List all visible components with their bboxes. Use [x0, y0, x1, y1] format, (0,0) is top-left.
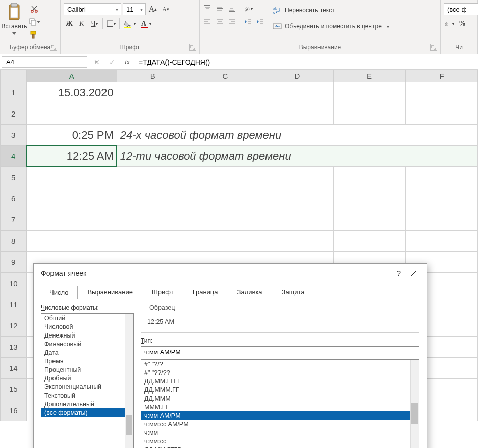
- name-box[interactable]: ▾: [2, 56, 87, 68]
- cell-F2[interactable]: [405, 103, 477, 125]
- row-header[interactable]: 3: [1, 125, 27, 146]
- decrease-indent-button[interactable]: [242, 16, 253, 27]
- align-left-button[interactable]: [202, 16, 213, 27]
- row-header[interactable]: 14: [1, 358, 27, 379]
- row-header[interactable]: 12: [1, 315, 27, 337]
- row-header[interactable]: 15: [1, 379, 27, 400]
- row-header[interactable]: 9: [1, 252, 27, 273]
- list-item[interactable]: Текстовый: [41, 391, 133, 400]
- cell-E5[interactable]: [333, 167, 405, 188]
- wrap-text-button[interactable]: abc Переносить текст: [270, 3, 395, 17]
- row-header[interactable]: 6: [1, 188, 27, 209]
- fill-color-button[interactable]: ▾: [122, 18, 137, 29]
- cell-E7[interactable]: [333, 209, 405, 231]
- list-item[interactable]: #" "??/??: [141, 368, 410, 377]
- list-item[interactable]: МММ.ГГ: [141, 403, 410, 411]
- cell-B7[interactable]: [117, 209, 189, 231]
- cell-C6[interactable]: [189, 188, 261, 209]
- cell-B4[interactable]: 12-ти часовой формат времени: [117, 146, 477, 167]
- type-input[interactable]: [141, 346, 419, 358]
- list-item[interactable]: Экспоненциальный: [41, 382, 133, 391]
- row-header[interactable]: 5: [1, 167, 27, 188]
- font-name-dropdown[interactable]: ▾: [64, 3, 121, 15]
- col-header-E[interactable]: E: [333, 70, 405, 82]
- cell-D8[interactable]: [261, 231, 333, 252]
- cell-B1[interactable]: [117, 82, 189, 103]
- cell-C7[interactable]: [189, 209, 261, 231]
- number-format-dropdown[interactable]: [444, 3, 478, 15]
- col-header-D[interactable]: D: [261, 70, 333, 82]
- orientation-button[interactable]: ab▾: [242, 3, 253, 14]
- align-bottom-button[interactable]: [226, 3, 237, 14]
- list-item[interactable]: ДД.МММ.ГГ: [141, 385, 410, 394]
- row-header[interactable]: 8: [1, 231, 27, 252]
- cell-D6[interactable]: [261, 188, 333, 209]
- cell-F1[interactable]: [405, 82, 477, 103]
- increase-indent-button[interactable]: [254, 16, 265, 27]
- list-item[interactable]: ДД.ММ.ГГГГ ч:мм: [141, 445, 410, 448]
- cell-A4[interactable]: 12:25 AM: [26, 146, 117, 167]
- close-button[interactable]: [406, 266, 421, 281]
- list-item[interactable]: Дата: [41, 348, 133, 357]
- tab-Число[interactable]: Число: [40, 286, 78, 299]
- formula-input[interactable]: [135, 54, 478, 69]
- underline-button[interactable]: Ч ▾: [89, 18, 100, 29]
- list-item[interactable]: ч:мм AM/PM: [141, 411, 410, 420]
- cell-E1[interactable]: [333, 82, 405, 103]
- list-item[interactable]: ч:мм:сс: [141, 437, 410, 445]
- cell-B3[interactable]: 24-х часовой формат времени: [117, 125, 477, 146]
- row-header[interactable]: 1: [1, 82, 27, 103]
- cell-C8[interactable]: [189, 231, 261, 252]
- font-color-button[interactable]: A ▾: [139, 18, 154, 29]
- cancel-formula-button[interactable]: ✕: [89, 55, 104, 69]
- merge-center-button[interactable]: Объединить и поместить в центре ▾: [270, 19, 395, 33]
- fx-button[interactable]: fx: [120, 55, 135, 69]
- accounting-format-button[interactable]: ⎋▾: [444, 18, 455, 29]
- cell-F6[interactable]: [405, 188, 477, 209]
- cell-D7[interactable]: [261, 209, 333, 231]
- col-header-F[interactable]: F: [405, 70, 477, 82]
- select-all-corner[interactable]: [1, 70, 27, 82]
- row-header[interactable]: 13: [1, 337, 27, 358]
- decrease-font-button[interactable]: A▾: [160, 4, 171, 15]
- row-header[interactable]: 10: [1, 273, 27, 294]
- font-size-dropdown[interactable]: ▾: [123, 3, 146, 15]
- tab-Шрифт[interactable]: Шрифт: [142, 285, 183, 299]
- align-middle-button[interactable]: [214, 3, 225, 14]
- scrollbar-thumb[interactable]: [126, 415, 132, 435]
- list-item[interactable]: Числовой: [41, 322, 133, 331]
- col-header-C[interactable]: C: [189, 70, 261, 82]
- align-right-button[interactable]: [226, 16, 237, 27]
- cell-D5[interactable]: [261, 167, 333, 188]
- list-item[interactable]: Время: [41, 357, 133, 365]
- cell-B6[interactable]: [117, 188, 189, 209]
- row-header[interactable]: 16: [1, 400, 27, 421]
- row-header[interactable]: 4: [1, 146, 27, 167]
- cell-A2[interactable]: [26, 103, 117, 125]
- list-item[interactable]: ДД.ММ.ГГГГ: [141, 377, 410, 385]
- cell-D2[interactable]: [261, 103, 333, 125]
- cell-E2[interactable]: [333, 103, 405, 125]
- tab-Граница[interactable]: Граница: [183, 285, 228, 299]
- cell-F7[interactable]: [405, 209, 477, 231]
- cell-A1[interactable]: 15.03.2020: [26, 82, 117, 103]
- category-listbox[interactable]: ОбщийЧисловойДенежныйФинансовыйДатаВремя…: [41, 313, 134, 448]
- list-item[interactable]: Общий: [41, 314, 133, 322]
- list-item[interactable]: Дробный: [41, 374, 133, 382]
- paste-button[interactable]: Вставить: [2, 2, 26, 42]
- format-listbox[interactable]: #" "?/?#" "??/??ДД.ММ.ГГГГДД.МММ.ГГДД.ММ…: [141, 359, 419, 448]
- cell-B5[interactable]: [117, 167, 189, 188]
- list-item[interactable]: #" "?/?: [141, 360, 410, 368]
- italic-button[interactable]: К: [76, 18, 87, 29]
- cell-C2[interactable]: [189, 103, 261, 125]
- tab-Защита[interactable]: Защита: [272, 285, 314, 299]
- border-button[interactable]: ▾: [105, 18, 117, 29]
- format-painter-button[interactable]: [27, 30, 41, 40]
- list-item[interactable]: Дополнительный: [41, 400, 133, 408]
- list-item[interactable]: ДД.МММ: [141, 394, 410, 403]
- cell-C1[interactable]: [189, 82, 261, 103]
- bold-button[interactable]: Ж: [64, 18, 75, 29]
- tab-Заливка[interactable]: Заливка: [228, 285, 272, 299]
- cell-E8[interactable]: [333, 231, 405, 252]
- col-header-A[interactable]: A: [26, 70, 117, 82]
